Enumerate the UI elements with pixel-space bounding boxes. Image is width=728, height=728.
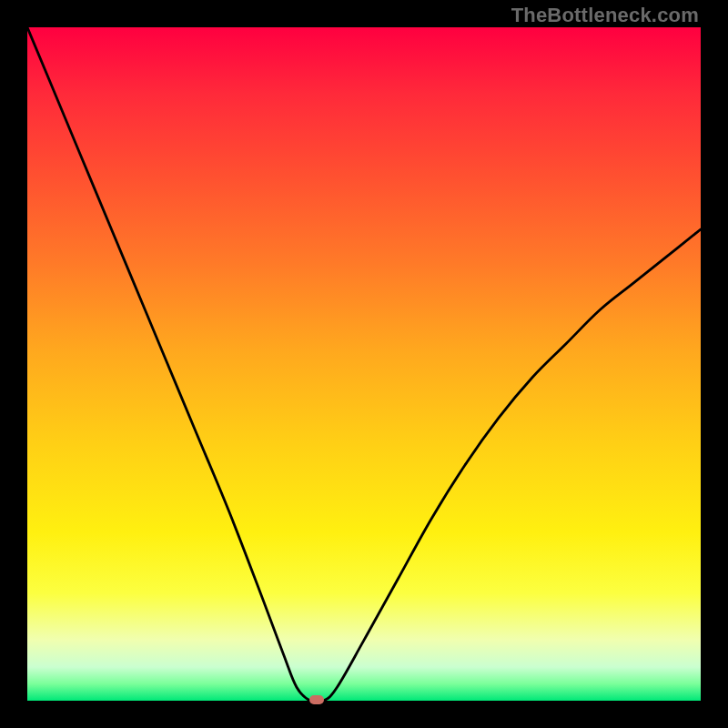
chart-frame: TheBottleneck.com [0,0,728,728]
watermark-text: TheBottleneck.com [511,4,699,27]
plot-area [27,27,701,701]
optimum-marker [309,695,324,704]
bottleneck-curve [27,27,701,701]
